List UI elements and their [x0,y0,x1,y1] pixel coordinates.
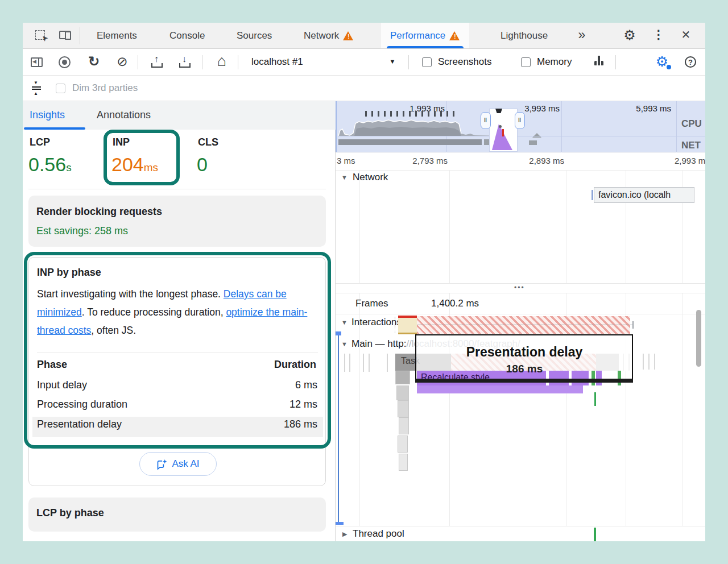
timeline-ruler: 3 ms 2,793 ms 2,893 ms 2,993 ms [336,152,705,171]
download-profile-icon[interactable] [179,56,189,68]
collapse-tracks-icon[interactable] [32,82,41,94]
main-thread-track[interactable]: ▼ Main — http://localhost:8000/featgraph… [336,335,705,526]
gridline [561,101,562,152]
phase-name: Presentation delay [37,418,122,430]
value: 204 [111,154,144,175]
tab-label: Network [304,30,339,42]
main-expand-icon[interactable]: ▼ [341,341,348,347]
stack-frame[interactable] [395,371,410,384]
capture-settings-gear-icon[interactable]: ⚙ [653,53,671,70]
sidebar-tabs: Insights Annotations [23,101,336,130]
history-dropdown[interactable]: localhost #1 [251,56,303,68]
stack-frame[interactable] [398,436,408,453]
network-request-chip[interactable]: favicon.ico (localh [594,187,694,203]
table-row[interactable]: Processing duration 12 ms [29,397,326,417]
cpu-bump [532,133,541,138]
warning-icon [343,31,354,40]
col-duration-header: Duration [274,359,316,371]
metric-lcp-value[interactable]: 0.56s [28,154,72,176]
stack-frame[interactable] [398,400,409,417]
metric-cls-label: CLS [198,136,218,148]
task-tick [387,354,388,372]
close-devtools-icon[interactable]: ✕ [677,28,695,42]
insights-sidebar: Insights Annotations LCP 0.56s INP 204ms… [23,101,336,541]
tab-insights[interactable]: Insights [30,109,65,121]
table-row-highlighted[interactable]: Presentation delay 186 ms [32,417,323,437]
network-expand-icon[interactable]: ▼ [341,174,348,181]
metric-inp-value[interactable]: 204ms [111,154,158,176]
devtools-tabbar: Elements Console Sources Network Perform… [23,23,705,49]
annotation-underline-bar [415,379,633,383]
record-icon[interactable] [59,56,71,68]
divider [37,352,318,353]
interaction-start-tick [395,317,395,333]
tab-label: Console [169,30,205,42]
track-bracket-top [336,331,341,335]
selection-handle-left[interactable]: ‖ [481,112,491,129]
thread-pool-expand-icon[interactable]: ▶ [342,530,347,538]
more-tabs-icon[interactable]: » [572,27,592,43]
thread-pool-label: Thread pool [353,528,404,540]
phase-duration: 186 ms [284,418,317,430]
track-resize-bar[interactable]: ••• [336,283,705,293]
device-toolbar-icon[interactable] [59,31,71,39]
dropdown-caret-icon[interactable]: ▼ [388,58,397,65]
tab-label: Sources [237,30,272,42]
thumbnail-flame [492,124,512,150]
ruler-label: 3 ms [337,156,355,165]
tab-label: Lighthouse [500,30,548,42]
tab-sources[interactable]: Sources [226,23,282,48]
stack-frame[interactable] [399,454,408,471]
memory-checkbox[interactable] [521,57,531,67]
dim-3rd-parties-label: Dim 3rd parties [72,82,138,94]
clear-icon[interactable]: ⊘ [114,54,131,69]
divider [615,55,616,69]
settings-gear-icon[interactable]: ⚙ [620,27,639,43]
inp-by-phase-card: INP by phase Start investigating with th… [28,257,326,486]
tab-console[interactable]: Console [159,23,215,48]
network-track-label[interactable]: Network [353,172,388,183]
unit: s [66,161,72,173]
ruler-label: 2,793 ms [391,156,448,165]
divider [80,27,80,44]
inspect-element-icon[interactable] [35,30,45,40]
divider [138,55,138,69]
card-title: Render blocking requests [36,206,162,218]
stack-frame[interactable] [399,417,409,434]
annotation-value: 186 ms [416,363,632,375]
table-row[interactable]: Input delay 6 ms [29,378,326,397]
interactions-expand-icon[interactable]: ▼ [341,319,348,326]
help-icon[interactable]: ? [685,56,696,68]
frames-track[interactable]: Frames 1,400.2 ms [336,293,705,314]
tab-lighthouse[interactable]: Lighthouse [490,23,558,48]
col-phase-header: Phase [37,359,67,371]
vertical-scrollbar-thumb[interactable] [696,310,701,367]
tab-performance[interactable]: Performance [381,23,469,48]
home-icon[interactable]: ⌂ [213,52,231,70]
selection-screenshot-thumbnail[interactable] [489,109,518,152]
interactions-track[interactable]: ▼ Interactions [336,314,705,335]
tab-elements[interactable]: Elements [86,23,147,48]
kebab-menu-icon[interactable]: ⋮ [651,28,667,42]
task-tick [648,354,650,370]
ruler-label: 2,893 ms [507,156,564,165]
dim-3rd-parties-checkbox[interactable] [56,84,65,93]
toggle-sidebar-icon[interactable] [31,57,43,67]
collect-garbage-icon[interactable] [593,56,605,68]
upload-profile-icon[interactable] [151,56,162,68]
tab-network[interactable]: Network [295,23,363,48]
render-blocking-card[interactable]: Render blocking requests Est savings: 25… [28,196,326,247]
lcp-by-phase-card[interactable]: LCP by phase [28,497,326,532]
tab-annotations[interactable]: Annotations [97,109,151,121]
metric-cls-value[interactable]: 0 [197,154,208,176]
ask-ai-button[interactable]: Ask AI [139,452,217,476]
screenshots-checkbox[interactable] [422,57,432,67]
net-strip-label: NET [681,140,701,151]
thread-pool-track[interactable]: ▶ Thread pool [336,526,705,541]
metric-lcp-label: LCP [30,136,50,148]
stack-frame[interactable] [396,385,409,400]
record-and-reload-icon[interactable]: ↻ [85,53,102,69]
selection-handle-right[interactable]: ‖ [515,112,525,129]
track-bracket-line [338,335,339,523]
timeline-overview[interactable]: 1,993 ms 3,993 ms 5,993 ms CPU NET [336,101,705,152]
